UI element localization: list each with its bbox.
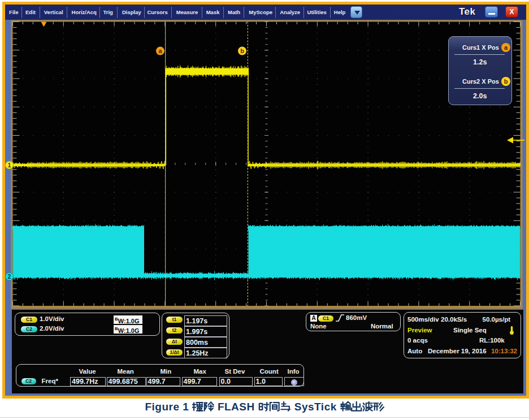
svg-text:2: 2: [8, 274, 11, 280]
svg-text:1: 1: [8, 162, 11, 168]
svg-text:b: b: [240, 47, 244, 54]
svg-text:a: a: [158, 47, 162, 54]
